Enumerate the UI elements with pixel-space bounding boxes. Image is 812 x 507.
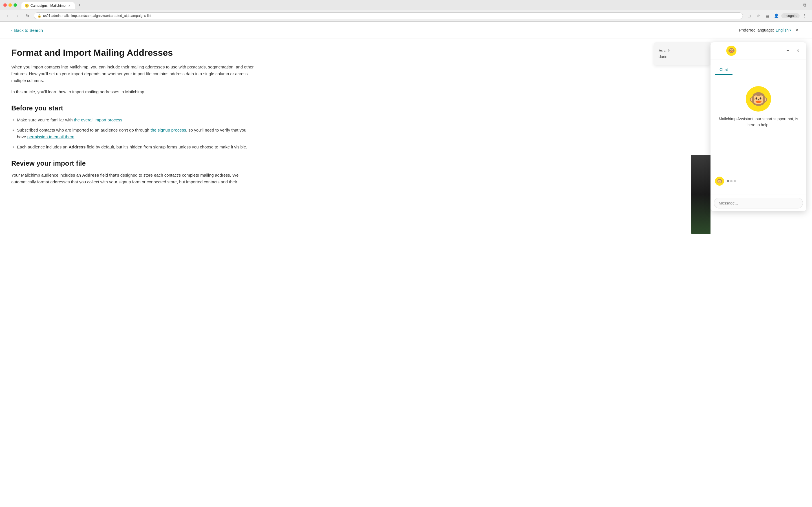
chat-more-button[interactable]: ⋮ <box>715 47 723 55</box>
address-bar[interactable]: 🔒 us21.admin.mailchimp.com/campaigns/#so… <box>34 12 743 19</box>
chat-widget-header: ⋮ 🐵 − × <box>711 42 806 59</box>
typing-dot-2 <box>730 180 732 182</box>
reload-button[interactable]: ↻ <box>24 12 32 20</box>
typing-dot-1 <box>727 180 729 182</box>
page-wrapper: ‹ Back to Search Preferred language: Eng… <box>0 22 812 507</box>
browser-tabs: 🐵 Campaigns | Mailchimp × + <box>21 1 84 9</box>
bullet2-text: Subscribed contacts who are imported to … <box>17 128 151 132</box>
bookmark-icon[interactable]: ☆ <box>754 12 762 20</box>
language-selector: Preferred language: English ▾ × <box>739 26 801 34</box>
article-intro-p1: When you import contacts into Mailchimp,… <box>11 64 254 84</box>
chat-widget: ⋮ 🐵 − × Chat 🐵 Mailchimp Assistant, our … <box>711 42 806 211</box>
chat-typing-indicator: 🐵 <box>715 173 802 189</box>
bullet3-text: Each audience includes an <box>17 145 68 149</box>
chat-assistant-avatar: 🐵 <box>746 86 771 112</box>
section2-p1-before: Your Mailchimp audience includes an <box>11 173 82 177</box>
chat-close-button[interactable]: × <box>794 47 802 55</box>
reading-list-icon[interactable]: ▤ <box>763 12 771 20</box>
toolbar-actions: ⊡ ☆ ▤ 👤 Incognito ⋮ <box>745 12 809 20</box>
browser-titlebar: 🐵 Campaigns | Mailchimp × + ⧉ <box>0 0 812 10</box>
list-item: Subscribed contacts who are imported to … <box>11 127 254 140</box>
bullet3-bold: Address <box>68 145 86 149</box>
image-strip <box>691 155 711 234</box>
chat-typing-avatar-icon: 🐵 <box>715 177 724 186</box>
side-panel-overlay: As a frdurin <box>654 42 711 65</box>
active-tab[interactable]: 🐵 Campaigns | Mailchimp × <box>21 2 75 9</box>
lang-dropdown-icon: ▾ <box>790 29 791 32</box>
section2-heading: Review your import file <box>11 159 254 167</box>
image-strip-content <box>691 155 711 234</box>
new-tab-button[interactable]: + <box>76 1 84 9</box>
bullet2-suffix2: . <box>74 134 75 139</box>
minimize-window-button[interactable] <box>8 3 12 7</box>
back-to-search-label: Back to Search <box>14 28 43 33</box>
url-text: us21.admin.mailchimp.com/campaigns/#sort… <box>43 14 739 18</box>
back-chevron-icon: ‹ <box>11 28 12 33</box>
chat-logo-icon: 🐵 <box>726 46 737 56</box>
lang-prefix-label: Preferred language: <box>739 28 774 33</box>
bullet3-suffix: field by default, but it's hidden from s… <box>86 145 247 149</box>
article-intro-p2: In this article, you'll learn how to imp… <box>11 89 254 95</box>
chat-nav-tabs: Chat <box>715 65 802 75</box>
forward-button[interactable]: › <box>13 12 21 20</box>
tab-title: Campaigns | Mailchimp <box>31 4 66 8</box>
bullet1-text: Make sure you're familiar with <box>17 117 74 122</box>
incognito-badge: Incognito <box>781 13 800 18</box>
overall-import-process-link[interactable]: the overall import process <box>74 117 122 122</box>
permission-to-email-link[interactable]: permission to email them <box>28 134 74 139</box>
lang-value-link[interactable]: English ▾ <box>776 28 791 33</box>
profile-icon[interactable]: 👤 <box>772 12 780 20</box>
signup-process-link[interactable]: the signup process <box>151 128 186 132</box>
cast-icon[interactable]: ⊡ <box>745 12 753 20</box>
article-title: Format and Import Mailing Addresses <box>11 47 254 58</box>
back-button[interactable]: ‹ <box>3 12 11 20</box>
browser-chrome: 🐵 Campaigns | Mailchimp × + ⧉ ‹ › ↻ 🔒 us… <box>0 0 812 22</box>
list-item: Each audience includes an Address field … <box>11 144 254 151</box>
chat-tab[interactable]: Chat <box>715 65 732 75</box>
incognito-label: Incognito <box>783 14 797 18</box>
traffic-lights <box>3 3 17 7</box>
lang-value-text: English <box>776 28 789 33</box>
chat-header-actions: − × <box>784 47 802 55</box>
before-you-start-list: Make sure you're familiar with the overa… <box>11 117 254 151</box>
lock-icon: 🔒 <box>38 14 42 18</box>
menu-icon[interactable]: ⋮ <box>801 12 809 20</box>
help-header: ‹ Back to Search Preferred language: Eng… <box>0 22 812 39</box>
side-panel-text1: As a frdurin <box>659 48 706 60</box>
tab-close-button[interactable]: × <box>67 4 71 8</box>
chat-minimize-button[interactable]: − <box>784 47 792 55</box>
article-section2-p1: Your Mailchimp audience includes an Addr… <box>11 172 254 185</box>
section1-heading: Before you start <box>11 104 254 112</box>
typing-dots <box>727 180 736 182</box>
monkey-avatar-icon: 🐵 <box>749 91 768 107</box>
chat-assistant-description: Mailchimp Assistant, our smart support b… <box>715 116 802 128</box>
fullscreen-window-button[interactable] <box>13 3 17 7</box>
svg-text:🐵: 🐵 <box>728 47 735 54</box>
back-to-search-link[interactable]: ‹ Back to Search <box>11 28 43 33</box>
list-item: Make sure you're familiar with the overa… <box>11 117 254 123</box>
close-window-button[interactable] <box>3 3 7 7</box>
tab-favicon-icon: 🐵 <box>25 4 29 8</box>
browser-toolbar: ‹ › ↻ 🔒 us21.admin.mailchimp.com/campaig… <box>0 10 812 21</box>
chat-input-area <box>711 194 806 211</box>
chat-body: Chat 🐵 Mailchimp Assistant, our smart su… <box>711 59 806 194</box>
close-help-button[interactable]: × <box>793 26 801 34</box>
windows-list-icon[interactable]: ⧉ <box>803 3 806 8</box>
section2-p1-bold: Address <box>82 173 99 177</box>
article-content: Format and Import Mailing Addresses When… <box>0 39 265 198</box>
chat-message-input[interactable] <box>714 198 803 209</box>
typing-dot-3 <box>733 180 736 182</box>
bullet1-suffix: . <box>122 117 123 122</box>
